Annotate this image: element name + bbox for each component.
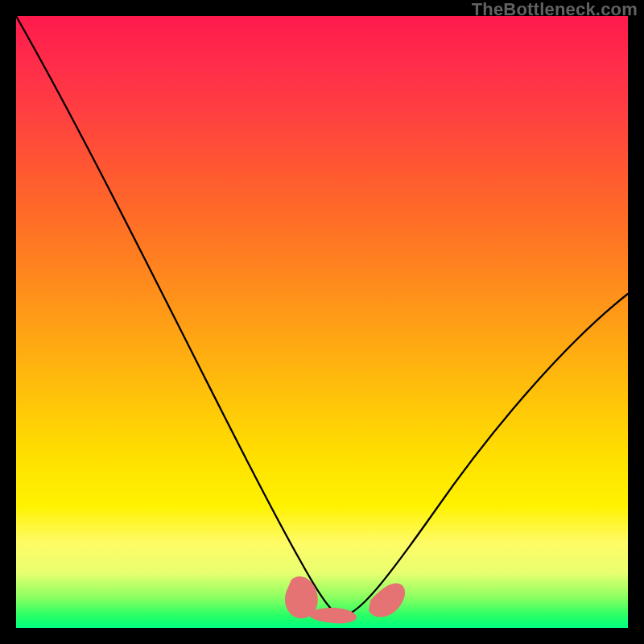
curve-main-path xyxy=(16,16,628,616)
red-blob-right xyxy=(369,583,405,617)
red-blob-mid xyxy=(308,608,357,623)
chart-frame: TheBottleneck.com xyxy=(0,0,644,644)
watermark-text: TheBottleneck.com xyxy=(472,0,638,19)
plot-area xyxy=(16,16,628,628)
bottleneck-curve xyxy=(16,16,628,628)
